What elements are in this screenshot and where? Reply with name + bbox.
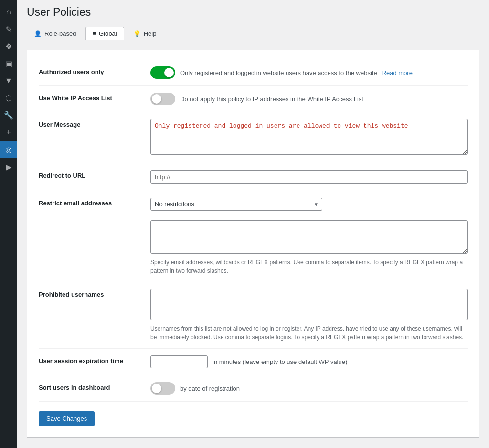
- media-icon[interactable]: ▣: [0, 55, 17, 72]
- prohibited-usernames-row: Prohibited usernames Usernames from this…: [39, 282, 468, 349]
- authorized-users-row: Authorized users only Only registered an…: [39, 60, 468, 86]
- prohibited-usernames-textarea[interactable]: [150, 289, 468, 320]
- session-expiration-row: User session expiration time in minutes …: [39, 349, 468, 375]
- user-message-control: Only registered and logged in users are …: [150, 119, 468, 156]
- prohibited-usernames-label: Prohibited usernames: [39, 289, 139, 298]
- white-ip-slider: [150, 93, 175, 105]
- redirect-url-row: Redirect to URL: [39, 163, 468, 191]
- appearance-icon[interactable]: ⬡: [0, 90, 17, 106]
- session-expiration-input[interactable]: [150, 355, 208, 368]
- user-message-row: User Message Only registered and logged …: [39, 112, 468, 163]
- session-expiration-hint: in minutes (leave empty to use default W…: [213, 358, 347, 365]
- prohibited-usernames-hint: Usernames from this list are not allowed…: [150, 324, 468, 341]
- restrict-email-select-wrapper: No restrictions Whitelist Blacklist ▼: [150, 198, 322, 211]
- restrict-email-select[interactable]: No restrictions Whitelist Blacklist: [150, 198, 322, 211]
- restrict-email-row: Restrict email addresses No restrictions…: [39, 191, 468, 282]
- role-based-icon: 👤: [34, 30, 42, 37]
- tab-global[interactable]: ≡ Global: [85, 27, 124, 40]
- form-body: Authorized users only Only registered an…: [27, 50, 479, 438]
- sort-users-slider: [150, 382, 175, 395]
- page-title: User Policies: [27, 6, 479, 19]
- tools-icon[interactable]: 🔧: [0, 107, 17, 123]
- redirect-url-input[interactable]: [150, 170, 468, 184]
- comments-icon[interactable]: ▼: [0, 73, 17, 89]
- sort-users-control: by date of registration: [150, 382, 468, 395]
- plugin-icon[interactable]: ❖: [0, 38, 17, 54]
- play-icon[interactable]: ▶: [0, 159, 17, 175]
- tab-role-based[interactable]: 👤 Role-based: [27, 27, 84, 40]
- session-expiration-label: User session expiration time: [39, 355, 139, 364]
- tabs-bar: 👤 Role-based ≡ Global 💡 Help: [27, 26, 479, 40]
- global-icon: ≡: [93, 30, 96, 37]
- sidebar: ⌂ ✎ ❖ ▣ ▼ ⬡ 🔧 + ◎ ▶: [0, 0, 17, 448]
- sort-users-row: Sort users in dashboard by date of regis…: [39, 375, 468, 402]
- redirect-url-label: Redirect to URL: [39, 170, 139, 179]
- sort-users-toggle[interactable]: [150, 382, 175, 395]
- help-icon: 💡: [133, 30, 141, 37]
- redirect-url-control: [150, 170, 468, 184]
- email-textarea-section: Specify email addresses, wildcards or RE…: [150, 211, 468, 275]
- white-ip-description: Do not apply this policy to IP addresses…: [180, 96, 363, 103]
- settings-icon[interactable]: +: [0, 124, 17, 140]
- white-ip-control: Do not apply this policy to IP addresses…: [150, 93, 468, 105]
- tab-help[interactable]: 💡 Help: [126, 27, 164, 40]
- white-ip-row: Use White IP Access List Do not apply th…: [39, 86, 468, 112]
- restrict-email-hint: Specify email addresses, wildcards or RE…: [150, 258, 468, 275]
- restrict-email-textarea[interactable]: [150, 220, 468, 254]
- restrict-email-label: Restrict email addresses: [39, 198, 139, 207]
- save-row: Save Changes: [39, 402, 468, 426]
- save-button[interactable]: Save Changes: [39, 411, 95, 426]
- users-icon[interactable]: ◎: [0, 141, 17, 158]
- user-message-textarea[interactable]: Only registered and logged in users are …: [150, 119, 468, 155]
- white-ip-label: Use White IP Access List: [39, 93, 139, 102]
- session-expiration-wrapper: in minutes (leave empty to use default W…: [150, 355, 468, 368]
- user-message-label: User Message: [39, 119, 139, 128]
- authorized-users-read-more[interactable]: Read more: [382, 69, 413, 76]
- session-expiration-control: in minutes (leave empty to use default W…: [150, 355, 468, 368]
- prohibited-usernames-control: Usernames from this list are not allowed…: [150, 289, 468, 341]
- authorized-users-toggle[interactable]: [150, 66, 175, 79]
- authorized-users-control: Only registered and logged in website us…: [150, 66, 468, 79]
- authorized-users-description: Only registered and logged in website us…: [180, 69, 377, 76]
- sort-users-description: by date of registration: [180, 385, 240, 392]
- authorized-users-label: Authorized users only: [39, 66, 139, 75]
- main-content: User Policies 👤 Role-based ≡ Global 💡 He…: [17, 0, 489, 448]
- edit-icon[interactable]: ✎: [0, 21, 17, 37]
- restrict-email-control: No restrictions Whitelist Blacklist ▼ Sp…: [150, 198, 468, 275]
- sort-users-label: Sort users in dashboard: [39, 382, 139, 391]
- white-ip-toggle[interactable]: [150, 93, 175, 105]
- authorized-users-slider: [150, 66, 175, 79]
- dashboard-icon[interactable]: ⌂: [0, 4, 17, 20]
